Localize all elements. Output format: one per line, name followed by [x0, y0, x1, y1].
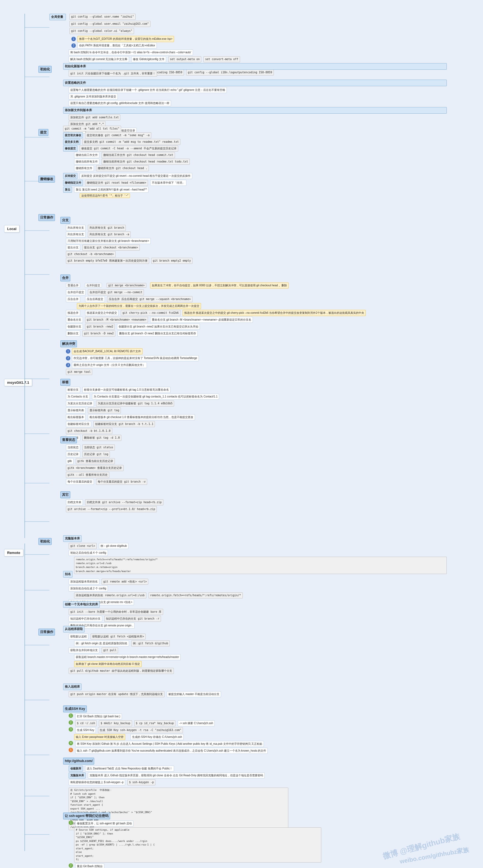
- ssh-agent-1-icon: 1: [69, 820, 73, 825]
- commit-amend-cmd: 修改提交 git commit -C head -a --amend 不会产生新…: [80, 146, 178, 152]
- config-email: git config --global user.email "zaihui@1…: [69, 21, 150, 27]
- init-new-repo-group: 初始化新版本库 git init 只在创建目录下创建一个名为 .git 文件夹，…: [63, 63, 448, 76]
- gitk-branch-cmd: gitk <branchname> 查看某分支历史记录: [66, 465, 124, 471]
- ssh-agent-2-icon: 2: [69, 863, 73, 868]
- remote-daily-ops-section: 日常操作: [38, 629, 56, 636]
- branch-empty2: git branch empty2 empty: [151, 258, 192, 264]
- ssh-step0-icon: 1: [69, 713, 73, 718]
- rename-branch-cmd: git branch -M <branchname> <newname>: [85, 317, 148, 323]
- reset-hard-cmd: 复位 复位到 seed 之前的第N个版本 git reset --hard he…: [74, 187, 149, 193]
- alias-section-group: 别名 添加远程版本库的别名 git remote add <别名> <url> …: [63, 571, 448, 606]
- set-meta: set output-meta on: [168, 56, 201, 62]
- tag-checkout-label: 检出标签版本: [66, 414, 86, 420]
- remote-init-label: 初始化: [38, 538, 52, 545]
- init-new-repo-label: 初始化新版本库: [63, 63, 447, 70]
- checkout-file-label: 撤销当前所有文件: [74, 159, 99, 165]
- cherry-pick-note: 拣选合并 拣选某次提交之中的提交 git cherry-pick --no-co…: [183, 310, 366, 316]
- archive-head-cmd: 归档文件来 git archive --format=zip head>rb.z…: [85, 499, 163, 505]
- ssh-step3-cmd: $ cp id_rsa* key_backup: [134, 720, 176, 726]
- revert-nocommit-cmd: 反转提交 反转提交但不提交 git revert --no-commit hea…: [80, 173, 192, 179]
- log-cmd: 历史记录 git log: [82, 451, 110, 457]
- ssh-section-group: 生成SSH Key 1 打开 Git Bash 控制台 (git bash ba…: [63, 706, 461, 755]
- ssh-keygen-cmd: $ ssh-keygen -p: [127, 779, 155, 785]
- rename-branch-label: 重命名分支: [66, 317, 83, 323]
- init-section: 初始化: [38, 66, 53, 73]
- tag-contacts-label: 为 Contacts 分支: [66, 394, 90, 400]
- squash-cmd: 压合合并 压合后再提交 git merge --squash <branchna…: [107, 296, 192, 302]
- restart-git-bash-label: 重启 Git Bash 控制台: [75, 863, 104, 868]
- other-section-group: 其它 归档文件来 归档文件来 git archive --format=zip …: [60, 491, 445, 513]
- git-clone-note: 例：git clone d/github: [99, 543, 128, 549]
- squash-note: 为两个人合作开了一个新的特性分支，需要在一分支上提交很多次，并发完成之后两两合并…: [77, 303, 201, 309]
- reset-hard-label: 复位: [63, 187, 72, 193]
- create-github-note: 进入 Dashboard Tab页 点击 New Repository 创建 免…: [85, 766, 174, 772]
- other-section-label: 其它: [60, 491, 70, 498]
- add-ssh-github-note: 将 SSH Key 添加到 Github 第 N 步 点击进入 Account …: [75, 741, 264, 747]
- delete-branch-label: 删除分支: [66, 331, 80, 337]
- tag-list-label: 显示标签列表: [66, 407, 86, 413]
- page-content: Local Remote msysGit1.7.1: [0, 0, 483, 868]
- daily-ops-label: 日常操作: [38, 214, 55, 221]
- bare-repo-group: 创建一个无本地分支的库 git init --bare 为需要一个公用的命令时，…: [63, 601, 448, 629]
- config-username: git config --global user.name "zaihui": [69, 14, 135, 20]
- commit-amend-label: 修改提交: [63, 146, 78, 152]
- local-title: Local: [4, 225, 20, 232]
- pull-note: 获取远程 branch.master.m=remote=origin b bra…: [74, 654, 181, 660]
- ssh-gen-cmd: 生成 SSH Key ssh-keygen -t rsa -C "zaihui@…: [98, 727, 183, 733]
- checkout-commit-label: 撤销当前工作文件: [74, 152, 99, 158]
- branch-v-cmd: 每个分支最后的提交 git branch -v: [96, 479, 147, 485]
- gitk-label: gitk: [66, 458, 73, 464]
- git-fetch-config-label: 初始之后自动生成 4 个 config: [69, 550, 108, 556]
- revert-section-label: 撤销修改: [38, 176, 55, 183]
- revert-group: 反转提交 反转提交 反转提交但不提交 git revert --no-commi…: [63, 173, 448, 198]
- branch-new-cmd: 只用制字符没有建立新分支并签出新分支 git branch <branchnam…: [66, 238, 151, 244]
- global-config-label: 全局变量: [50, 14, 66, 20]
- conflict-1-icon: 1: [66, 349, 70, 353]
- branch-empty-b1: git branch empty bfe57e0 用来建复第一次历史提交到方便: [66, 258, 149, 264]
- cherry-pick-sublabel: 拣选某次提交之中的提交: [85, 310, 119, 316]
- pull-cmd: git pull: [101, 647, 118, 653]
- merge-group: 合并 普通合并 合并到提交 git merge <branchname> 如果发…: [60, 275, 458, 337]
- push-cmd: git push origin master 在没有 update 情况下，尤其…: [69, 691, 164, 697]
- fetch-section-label: 从远程库获取: [63, 626, 85, 632]
- add-alias-label: 添加远程版本库的别名: [69, 579, 99, 585]
- ssh-config-add-label: 修改配置文件，让 ssh-agent 替 git bash 启动: [75, 820, 133, 827]
- clone-github-label: 克隆版本库: [69, 772, 86, 778]
- editor-note1: 推荐一个名为GIT_EDITOR 的系统环境变量，设置它的值为 mEditor.…: [78, 36, 174, 42]
- revert-label: 反转提交: [63, 173, 78, 179]
- commit-section-label: 提交: [38, 129, 48, 136]
- branch-list-label: 列出所有分支: [66, 225, 86, 231]
- status-label: 当前状态: [66, 444, 80, 451]
- note-1-icon: 1: [71, 37, 76, 41]
- remote-daily-ops-label: 日常操作: [38, 629, 55, 636]
- reset-file-cmd: 撤销指定文件 git reset head <filename>: [85, 180, 148, 186]
- branch-v-label: 每个分支最后的提交: [66, 479, 94, 485]
- tag-contacts-note: 为 Contacts 分支最近一次提交创建标签 git tag contacts…: [92, 394, 219, 400]
- conflict-3-icon: 3: [66, 363, 70, 367]
- create-new-repo-label: 创建新库: [69, 766, 83, 772]
- ssh-gen-path: 生成的 SSH Key 存储在 C:/Users/jch.ssh: [130, 734, 184, 740]
- remote-branches-label: 知识远程中已存在的分支: [69, 616, 102, 622]
- rename-branch-note: 重命名分支 git branch -M <branchname> <newnam…: [150, 317, 253, 323]
- delete-branch-cmd: git branch -D new2: [82, 331, 115, 337]
- add-alias-url: 添加远程版本库的别名 remote.origin.url=d:/usb: [74, 592, 146, 598]
- add-alias-auto-label: 添加别名自动生成 2 个 config: [69, 586, 108, 592]
- create-newbranch-label: 创建新分支: [66, 324, 83, 330]
- checkout-file-cmd: 撤销当前所有文件 git checkout head readme.txt to…: [101, 159, 190, 165]
- commit-modify-label: 提交初次修改: [63, 132, 83, 138]
- merge-label: 合并: [60, 275, 70, 281]
- tag-create-label: 为某次分支历史记录: [66, 401, 94, 407]
- gitignore-exclude: 设置只有自己需要忽略的文件 git config .git/info/exclu…: [69, 100, 171, 106]
- cherry-pick-cmd: git cherry-pick --no-commit fcd2b6: [121, 310, 180, 316]
- reset-note: 不在版本库中保下「待消」: [150, 180, 186, 186]
- add-alias-fetch-note: remote.origin.fetch=+refs/heads/*:refs/r…: [149, 592, 243, 598]
- pull-gitb-cmd: git pull d/github master 由于该从此处远程到版，则需要指…: [69, 668, 174, 674]
- commit-modify-cmd: 提交初次修改 git commit -m "some msg" -a: [85, 132, 151, 138]
- delete-branch-note: 删除分支 git branch -D new2 删除分支且分支已有任何标签而存: [118, 331, 198, 337]
- editor-note2: 你的 PATH 系统环境变量，查找在「工具箱>文档工具>mEditor: [78, 42, 157, 49]
- tag-section-label: 标签: [60, 379, 70, 386]
- pull-note2: 如果做了 git clone 则跟中未将自动然后到目标 0 指定: [74, 661, 142, 667]
- merge-branch-sublabel: 合并到提交: [85, 283, 102, 288]
- add-files-label: 添加新文件到版本库: [63, 107, 447, 114]
- tag-note-detail: 标签分支参差一次提交可创建标签名 git tag 1.0 注意标签无法重名命名: [82, 387, 171, 393]
